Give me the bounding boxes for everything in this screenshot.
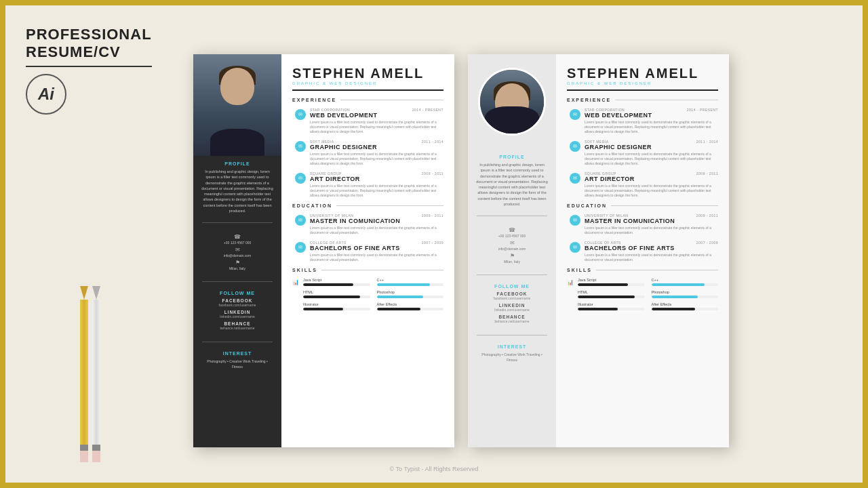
email-text: info@domain.com	[224, 253, 251, 258]
person-silhouette-dark	[193, 54, 281, 156]
skill-5: Illustrator	[303, 302, 370, 310]
facebook-item-light: FACEBOOK facebook.com/username	[476, 291, 548, 300]
name-divider-dark	[292, 89, 443, 91]
exp-role-l3: ART DIRECTOR	[585, 176, 718, 182]
skill-l1: Java Script	[578, 278, 645, 286]
resume-name-light: STEPHEN AMELL	[567, 66, 718, 80]
skill-name-l5: Illustrator	[578, 302, 645, 306]
sidebar-divider-3	[202, 342, 273, 342]
branding-divider	[26, 66, 152, 67]
follow-title-light: FOLLOW ME	[476, 284, 548, 289]
skill-l5: Illustrator	[578, 302, 645, 310]
skills-line-dark	[321, 270, 443, 270]
exp-role-l1: WEB DEVELOPMENT	[585, 112, 718, 119]
exp-icon-l1: ✉	[570, 109, 580, 120]
skills-header-light: SKILLS	[567, 268, 718, 272]
edu-item-l1: ✉ UNIVERSITY OF MILAN2009 - 2011 MASTER …	[567, 214, 718, 235]
email-icon: ✉	[235, 247, 240, 253]
profile-section-dark: PROFILE In publishing and graphic design…	[193, 156, 281, 219]
edu-desc-2: Lorem ipsum is a filler text commonly us…	[310, 253, 443, 262]
edu-icon-l2: ✉	[570, 242, 580, 253]
linkedin-link-light: linkedin.com/username	[476, 308, 548, 312]
skills-label-light: SKILLS	[567, 268, 592, 272]
skill-name-1: Java Script	[303, 278, 370, 282]
sidebar-dark: PROFILE In publishing and graphic design…	[193, 54, 281, 447]
edu-icon-1: ✉	[295, 215, 306, 226]
skill-bar-bg-4	[377, 296, 444, 298]
name-divider-light	[567, 89, 718, 91]
exp-desc-l2: Lorem ipsum is a filler text commonly us…	[585, 152, 718, 166]
edu-content-l2: COLLEGE OF ARTS2007 - 2009 BACHELORS OF …	[585, 241, 718, 262]
behance-link: behance.net/username	[201, 326, 273, 330]
email-row-light: ✉ info@domain.com	[476, 240, 548, 251]
contact-section-light: ☎ +00 123 4567 000 ✉ info@domain.com ⚑ M…	[468, 220, 556, 271]
skill-1: Java Script	[303, 278, 370, 286]
skills-grid-light: Java Script C++ HTML	[578, 278, 718, 310]
skill-bar-fill-6	[377, 308, 420, 310]
exp-item-l2: ✉ SOFT MEDIA2011 - 2014 GRAPHIC DESIGNER…	[567, 140, 718, 166]
bottom-label: © To Typist - All Rights Reserved	[390, 466, 479, 472]
location-text-light: Milan, Italy	[504, 260, 520, 264]
exp-item-1: ✉ STAR CORPORATION2014 - PRESENT WEB DEV…	[292, 108, 443, 134]
skill-bar-bg-6	[377, 308, 444, 310]
profile-photo-dark	[193, 54, 281, 156]
sidebar-divider-l3	[477, 335, 547, 336]
profile-title-light: PROFILE	[476, 155, 548, 159]
exp-item-2: ✉ SOFT MEDIA2011 - 2014 GRAPHIC DESIGNER…	[292, 140, 443, 166]
phone-text: +00 123 4567 000	[224, 241, 251, 245]
edu-item-l2: ✉ COLLEGE OF ARTS2007 - 2009 BACHELORS O…	[567, 241, 718, 262]
pencil-2	[92, 286, 100, 462]
skill-bar-bg-2	[377, 283, 444, 286]
exp-content-3: SQUARE GROUP2009 - 2011 ART DIRECTOR Lor…	[310, 171, 443, 198]
edu-degree-l1: MASTER IN COMUNICATION	[585, 218, 718, 224]
skill-bar-fill-3	[303, 296, 360, 298]
exp-role-2: GRAPHIC DESIGNER	[310, 144, 443, 150]
interest-title-dark: INTEREST	[201, 351, 273, 356]
skill-name-l6: After Effects	[652, 302, 719, 306]
pencil-body	[80, 300, 88, 445]
pencil-body-2	[92, 300, 100, 445]
pencil-tip-2	[92, 286, 100, 300]
contact-section-dark: ☎ +00 123 4567 000 ✉ info@domain.com ⚑ M…	[193, 226, 281, 278]
ai-text: Ai	[38, 85, 54, 104]
branding: PROFESSIONAL RESUME/CV Ai	[26, 26, 152, 115]
education-header-dark: EDUCATION	[292, 203, 443, 208]
skill-bar-fill-2	[377, 283, 431, 286]
skill-bar-fill-l2	[652, 283, 705, 286]
experience-label-dark: EXPERIENCE	[292, 98, 336, 102]
facebook-name-light: FACEBOOK	[476, 291, 548, 296]
email-icon-light: ✉	[510, 240, 515, 246]
follow-title-dark: FOLLOW ME	[201, 291, 273, 296]
gold-border-right	[863, 0, 868, 488]
skill-4: Photoshop	[377, 290, 444, 298]
linkedin-item: LINKEDIN linkedin.com/username	[201, 310, 273, 319]
linkedin-name: LINKEDIN	[201, 310, 273, 314]
facebook-link: facebook.com/username	[201, 303, 273, 307]
skill-bar-fill-5	[303, 308, 343, 310]
exp-icon-1: ✉	[295, 109, 306, 120]
interest-section-dark: INTEREST Photography • Creative Work Tra…	[193, 346, 281, 375]
facebook-item: FACEBOOK facebook.com/username	[201, 298, 273, 307]
facebook-link-light: facebook.com/username	[476, 296, 548, 300]
profile-title-dark: PROFILE	[201, 161, 273, 166]
resume-main-light: STEPHEN AMELL GRAPHIC & WEB DESIGNER EXP…	[556, 54, 729, 447]
resume-name-dark: STEPHEN AMELL	[292, 66, 443, 80]
exp-content-l3: SQUARE GROUP2009 - 2011 ART DIRECTOR Lor…	[585, 171, 718, 198]
skill-bar-bg-l6	[652, 308, 719, 310]
skill-2: C++	[377, 278, 444, 286]
skill-l2: C++	[652, 278, 719, 286]
behance-name: BEHANCE	[201, 321, 273, 326]
skill-l6: After Effects	[652, 302, 719, 310]
skill-l3: HTML	[578, 290, 645, 298]
resume-main-dark: STEPHEN AMELL GRAPHIC & WEB DESIGNER EXP…	[281, 54, 454, 447]
exp-desc-2: Lorem ipsum is a filler text commonly us…	[310, 152, 443, 166]
exp-desc-l3: Lorem ipsum is a filler text commonly us…	[585, 184, 718, 198]
location-row: ⚑ Milan, Italy	[201, 260, 273, 270]
location-text: Milan, Italy	[229, 266, 245, 270]
exp-role-l2: GRAPHIC DESIGNER	[585, 144, 718, 150]
linkedin-item-light: LINKEDIN linkedin.com/username	[476, 303, 548, 312]
exp-content-1: STAR CORPORATION2014 - PRESENT WEB DEVEL…	[310, 108, 443, 134]
exp-icon-l3: ✉	[570, 173, 580, 184]
skills-icon-light: 📊	[567, 279, 574, 285]
gold-border-left	[0, 0, 5, 488]
